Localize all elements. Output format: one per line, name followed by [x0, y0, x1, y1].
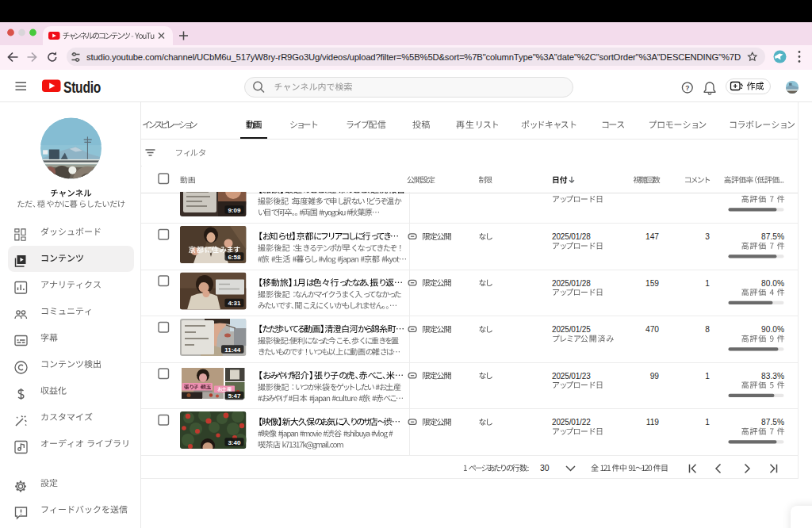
svg-text:3:40: 3:40 [228, 439, 241, 446]
svg-text:5:47: 5:47 [228, 392, 241, 400]
svg-text:470: 470 [645, 325, 659, 334]
svg-text:90.0%: 90.0% [761, 325, 784, 334]
svg-text:159: 159 [645, 279, 659, 288]
svg-text:4:31: 4:31 [228, 300, 241, 307]
svg-text:147: 147 [645, 232, 659, 241]
svg-text:1: 1 [705, 372, 710, 381]
svg-text:3: 3 [705, 232, 710, 241]
svg-text:83.3%: 83.3% [761, 372, 784, 381]
svg-text:8: 8 [705, 325, 710, 334]
svg-text:2025/01/22: 2025/01/22 [552, 418, 591, 427]
svg-text:87.5%: 87.5% [761, 418, 784, 427]
svg-text:1: 1 [705, 279, 710, 288]
svg-text:30: 30 [540, 463, 550, 473]
svg-text:119: 119 [646, 418, 660, 427]
svg-text:2025/01/28: 2025/01/28 [552, 232, 591, 241]
svg-text:9:09: 9:09 [228, 207, 241, 214]
svg-text:80.0%: 80.0% [761, 279, 784, 288]
svg-text:2025/01/23: 2025/01/23 [552, 372, 591, 381]
svg-text:2025/01/28: 2025/01/28 [552, 279, 591, 288]
svg-text:87.5%: 87.5% [761, 232, 784, 241]
svg-text:99: 99 [650, 372, 660, 381]
svg-text:2025/01/25: 2025/01/25 [552, 325, 591, 334]
svg-text:?: ? [685, 84, 689, 92]
svg-text:1: 1 [705, 418, 710, 427]
svg-text:11:44: 11:44 [224, 346, 241, 354]
svg-text:6:58: 6:58 [228, 254, 241, 261]
